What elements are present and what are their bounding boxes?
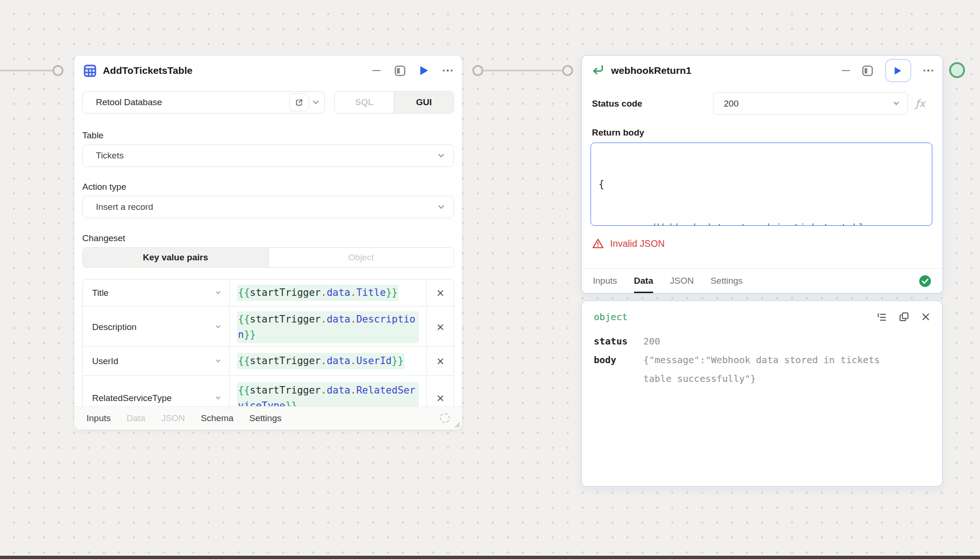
success-check-icon bbox=[919, 275, 931, 287]
result-key: status bbox=[594, 332, 639, 351]
chevron-down-icon bbox=[216, 289, 221, 294]
table-label: Table bbox=[82, 130, 454, 141]
changeset-toggle[interactable]: Key value pairs Object bbox=[82, 247, 454, 268]
panel-layout-icon[interactable] bbox=[395, 65, 405, 76]
warning-triangle-icon bbox=[592, 238, 604, 249]
mode-gui[interactable]: GUI bbox=[394, 92, 454, 113]
remove-row-button[interactable] bbox=[427, 307, 454, 348]
run-node-button[interactable] bbox=[885, 59, 911, 82]
chevron-down-icon bbox=[438, 151, 444, 158]
mode-toggle[interactable]: SQL GUI bbox=[334, 91, 454, 114]
return-body-label: Return body bbox=[582, 128, 943, 138]
resize-grip[interactable] bbox=[453, 420, 461, 428]
changeset-object[interactable]: Object bbox=[268, 248, 454, 267]
open-resource-button[interactable] bbox=[289, 93, 309, 111]
collapse-icon[interactable] bbox=[842, 70, 850, 72]
chevron-down-icon bbox=[438, 203, 444, 209]
collapse-icon[interactable] bbox=[372, 70, 381, 72]
key-select[interactable]: Description bbox=[83, 307, 230, 348]
tab-schema[interactable]: Schema bbox=[201, 413, 234, 423]
value-code: {{startTrigger.data.UserId}} bbox=[237, 353, 404, 369]
remove-row-button[interactable] bbox=[427, 280, 454, 306]
more-options-icon[interactable] bbox=[443, 70, 453, 72]
panel-header: webhookReturn1 bbox=[582, 56, 943, 86]
tab-data[interactable]: Data bbox=[634, 269, 653, 293]
output-port-green[interactable] bbox=[950, 63, 964, 77]
value-code: {{startTrigger.data.Title}} bbox=[237, 285, 398, 301]
result-inspector-panel[interactable]: object status 200 bbox=[581, 301, 943, 487]
value-input[interactable]: {{startTrigger.data.UserId}} bbox=[230, 347, 427, 375]
node-title: AddToTicketsTable bbox=[103, 65, 193, 76]
tab-settings[interactable]: Settings bbox=[249, 413, 281, 423]
resource-value: Retool Database bbox=[96, 97, 162, 108]
status-code-value: 200 bbox=[724, 99, 739, 109]
key-label: UserId bbox=[92, 356, 118, 366]
result-value: {"message":"Webhook data stored in ticke… bbox=[643, 351, 930, 388]
fx-toggle-icon[interactable]: ƒx bbox=[915, 98, 932, 109]
external-link-icon bbox=[295, 98, 303, 107]
code-line: message: 'Webhook data stored in tickets… bbox=[598, 221, 924, 226]
status-code-select[interactable]: 200 bbox=[713, 92, 908, 115]
action-type-label: Action type bbox=[82, 182, 454, 192]
key-select[interactable]: UserId bbox=[83, 347, 230, 375]
close-icon bbox=[437, 394, 444, 402]
edge-port-middle-left bbox=[473, 66, 483, 75]
action-type-select[interactable]: Insert a record bbox=[82, 196, 454, 218]
changeset-label: Changeset bbox=[82, 233, 454, 244]
chevron-down-icon bbox=[216, 324, 221, 329]
return-body-editor[interactable]: { message: 'Webhook data stored in ticke… bbox=[591, 143, 932, 226]
tab-json[interactable]: JSON bbox=[161, 413, 185, 423]
changeset-keyvalue[interactable]: Key value pairs bbox=[83, 248, 268, 267]
value-input[interactable]: {{startTrigger.data.Description}} bbox=[230, 307, 427, 348]
edge-port-left bbox=[53, 66, 63, 75]
database-table-icon bbox=[84, 64, 96, 77]
result-row-body: body {"message":"Webhook data stored in … bbox=[594, 351, 930, 388]
table-row: Title {{startTrigger.data.Title}} bbox=[83, 280, 454, 307]
tree-view-icon[interactable] bbox=[877, 312, 887, 322]
resource-select[interactable]: Retool Database bbox=[82, 91, 325, 114]
result-value: 200 bbox=[643, 332, 930, 351]
close-icon bbox=[437, 289, 444, 297]
close-icon bbox=[437, 358, 444, 365]
key-label: Description bbox=[92, 322, 137, 332]
table-select[interactable]: Tickets bbox=[82, 144, 454, 167]
loading-spinner-icon bbox=[440, 413, 450, 423]
code-line: { bbox=[598, 177, 924, 192]
table-row: UserId {{startTrigger.data.UserId}} bbox=[83, 347, 454, 376]
node-panel-webhookreturn1[interactable]: webhookReturn1 Status code 200 bbox=[581, 55, 943, 294]
chevron-down-icon[interactable] bbox=[313, 98, 319, 104]
bottom-dock-edge bbox=[0, 556, 980, 559]
run-node-icon[interactable] bbox=[419, 65, 429, 76]
key-select[interactable]: Title bbox=[83, 280, 230, 306]
close-icon bbox=[437, 323, 444, 331]
return-arrow-icon bbox=[591, 64, 605, 77]
key-label: Title bbox=[92, 288, 108, 298]
validation-error: Invalid JSON bbox=[582, 238, 943, 249]
more-options-icon[interactable] bbox=[923, 70, 934, 72]
tab-json[interactable]: JSON bbox=[670, 269, 694, 293]
edge-port-middle-right bbox=[563, 66, 572, 75]
mode-sql[interactable]: SQL bbox=[335, 92, 394, 113]
panel-layout-icon[interactable] bbox=[862, 65, 873, 76]
key-label: RelatedServiceType bbox=[92, 393, 172, 403]
chevron-down-icon bbox=[894, 100, 899, 105]
changeset-table: Title {{startTrigger.data.Title}} Desc bbox=[82, 279, 454, 421]
remove-row-button[interactable] bbox=[427, 347, 454, 375]
table-value: Tickets bbox=[96, 150, 123, 161]
tab-inputs[interactable]: Inputs bbox=[593, 269, 617, 293]
table-row: Description {{startTrigger.data.Descript… bbox=[83, 307, 454, 347]
panel-header: AddToTicketsTable bbox=[74, 56, 462, 86]
tab-settings[interactable]: Settings bbox=[711, 269, 743, 293]
action-type-value: Insert a record bbox=[96, 202, 153, 212]
tab-inputs[interactable]: Inputs bbox=[86, 413, 111, 423]
panel-footer: Inputs Data JSON Settings bbox=[582, 268, 943, 293]
value-input[interactable]: {{startTrigger.data.Title}} bbox=[230, 280, 427, 306]
status-code-label: Status code bbox=[592, 99, 642, 109]
error-text: Invalid JSON bbox=[610, 238, 665, 249]
close-icon[interactable] bbox=[922, 313, 930, 321]
workflow-canvas[interactable]: AddToTicketsTable Retool Database bbox=[0, 0, 980, 559]
run-node-icon bbox=[894, 66, 902, 75]
copy-icon[interactable] bbox=[899, 312, 909, 322]
tab-data[interactable]: Data bbox=[127, 413, 145, 423]
node-panel-addtoticketstable[interactable]: AddToTicketsTable Retool Database bbox=[74, 55, 462, 430]
